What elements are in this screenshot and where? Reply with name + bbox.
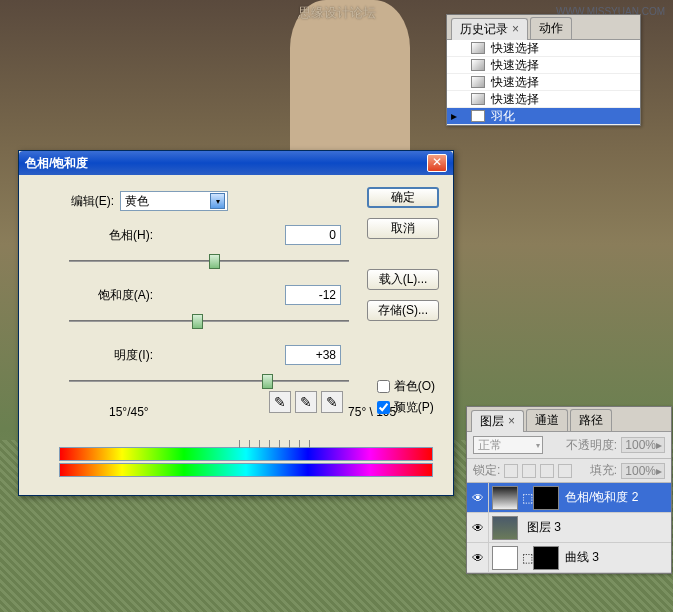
fill-value[interactable]: 100% ▸ bbox=[621, 463, 665, 479]
brush-icon bbox=[471, 93, 485, 105]
layer-thumbnail[interactable] bbox=[492, 486, 518, 510]
lock-all-icon[interactable] bbox=[558, 464, 572, 478]
opacity-label: 不透明度: bbox=[566, 437, 617, 454]
tab-channels[interactable]: 通道 bbox=[526, 409, 568, 431]
lightness-label: 明度(I): bbox=[69, 347, 153, 364]
blend-mode-select[interactable]: 正常▾ bbox=[473, 436, 543, 454]
fill-label: 填充: bbox=[590, 462, 617, 479]
lock-pixels-icon[interactable] bbox=[522, 464, 536, 478]
brush-icon bbox=[471, 59, 485, 71]
brush-icon bbox=[471, 42, 485, 54]
tab-actions[interactable]: 动作 bbox=[530, 17, 572, 39]
layer-item[interactable]: 👁 图层 3 bbox=[467, 513, 671, 543]
history-tabs: 历史记录× 动作 bbox=[447, 15, 640, 40]
eyedropper-icon[interactable]: ✎ bbox=[269, 391, 291, 413]
visibility-icon[interactable]: 👁 bbox=[467, 483, 489, 512]
link-icon[interactable]: ⬚ bbox=[521, 551, 533, 565]
tab-paths[interactable]: 路径 bbox=[570, 409, 612, 431]
lock-position-icon[interactable] bbox=[540, 464, 554, 478]
lock-label: 锁定: bbox=[473, 462, 500, 479]
hue-saturation-dialog: 色相/饱和度 ✕ 确定 取消 载入(L)... 存储(S)... 编辑(E): … bbox=[18, 150, 454, 496]
link-icon[interactable]: ⬚ bbox=[521, 491, 533, 505]
load-button[interactable]: 载入(L)... bbox=[367, 269, 439, 290]
brush-icon bbox=[471, 76, 485, 88]
close-icon[interactable]: × bbox=[512, 22, 519, 36]
lightness-input[interactable] bbox=[285, 345, 341, 365]
close-icon[interactable]: × bbox=[508, 414, 515, 428]
ok-button[interactable]: 确定 bbox=[367, 187, 439, 208]
history-panel: 历史记录× 动作 快速选择 快速选择 快速选择 快速选择 ▸羽化 bbox=[446, 14, 641, 126]
history-item[interactable]: 快速选择 bbox=[447, 74, 640, 91]
dialog-title: 色相/饱和度 bbox=[25, 155, 88, 172]
lightness-slider[interactable] bbox=[69, 371, 349, 391]
layers-tabs: 图层× 通道 路径 bbox=[467, 407, 671, 432]
layer-thumbnail[interactable] bbox=[492, 546, 518, 570]
visibility-icon[interactable]: 👁 bbox=[467, 543, 489, 572]
save-button[interactable]: 存储(S)... bbox=[367, 300, 439, 321]
layer-item[interactable]: 👁 ⬚ 曲线 3 bbox=[467, 543, 671, 573]
eyedropper-plus-icon[interactable]: ✎ bbox=[295, 391, 317, 413]
opacity-value[interactable]: 100% ▸ bbox=[621, 437, 665, 453]
history-item[interactable]: 快速选择 bbox=[447, 91, 640, 108]
history-list: 快速选择 快速选择 快速选择 快速选择 ▸羽化 bbox=[447, 40, 640, 125]
hue-input[interactable] bbox=[285, 225, 341, 245]
range-left: 15°/45° bbox=[109, 405, 149, 419]
layer-name: 图层 3 bbox=[521, 519, 561, 536]
layer-item-selected[interactable]: 👁 ⬚ 色相/饱和度 2 bbox=[467, 483, 671, 513]
history-item-selected[interactable]: ▸羽化 bbox=[447, 108, 640, 125]
layers-panel: 图层× 通道 路径 正常▾ 不透明度: 100% ▸ 锁定: 填充: 100% … bbox=[466, 406, 672, 574]
layer-name: 曲线 3 bbox=[559, 549, 599, 566]
eyedropper-minus-icon[interactable]: ✎ bbox=[321, 391, 343, 413]
tab-layers[interactable]: 图层× bbox=[471, 410, 524, 432]
lock-transparency-icon[interactable] bbox=[504, 464, 518, 478]
saturation-slider[interactable] bbox=[69, 311, 349, 331]
layer-list: 👁 ⬚ 色相/饱和度 2 👁 图层 3 👁 ⬚ 曲线 3 bbox=[467, 483, 671, 573]
feather-icon bbox=[471, 110, 485, 122]
close-button[interactable]: ✕ bbox=[427, 154, 447, 172]
chevron-down-icon[interactable]: ▾ bbox=[210, 193, 225, 209]
edit-select[interactable]: 黄色 ▾ bbox=[120, 191, 228, 211]
history-item[interactable]: 快速选择 bbox=[447, 40, 640, 57]
preview-checkbox[interactable]: 预览(P) bbox=[377, 399, 435, 416]
hue-slider[interactable] bbox=[69, 251, 349, 271]
layer-thumbnail[interactable] bbox=[492, 516, 518, 540]
edit-label: 编辑(E): bbox=[69, 193, 114, 210]
mask-thumbnail[interactable] bbox=[533, 546, 559, 570]
spectrum-bottom bbox=[59, 463, 433, 477]
visibility-icon[interactable]: 👁 bbox=[467, 513, 489, 542]
current-icon: ▸ bbox=[451, 109, 457, 123]
layer-name: 色相/饱和度 2 bbox=[559, 489, 638, 506]
tab-history[interactable]: 历史记录× bbox=[451, 18, 528, 40]
dialog-buttons: 确定 取消 载入(L)... 存储(S)... bbox=[367, 187, 439, 321]
dialog-titlebar[interactable]: 色相/饱和度 ✕ bbox=[19, 151, 453, 175]
history-item[interactable]: 快速选择 bbox=[447, 57, 640, 74]
saturation-input[interactable] bbox=[285, 285, 341, 305]
chevron-down-icon: ▾ bbox=[536, 441, 540, 450]
spectrum-top[interactable] bbox=[59, 447, 433, 461]
saturation-label: 饱和度(A): bbox=[69, 287, 153, 304]
cancel-button[interactable]: 取消 bbox=[367, 218, 439, 239]
colorize-checkbox[interactable]: 着色(O) bbox=[377, 378, 435, 395]
hue-label: 色相(H): bbox=[69, 227, 153, 244]
mask-thumbnail[interactable] bbox=[533, 486, 559, 510]
